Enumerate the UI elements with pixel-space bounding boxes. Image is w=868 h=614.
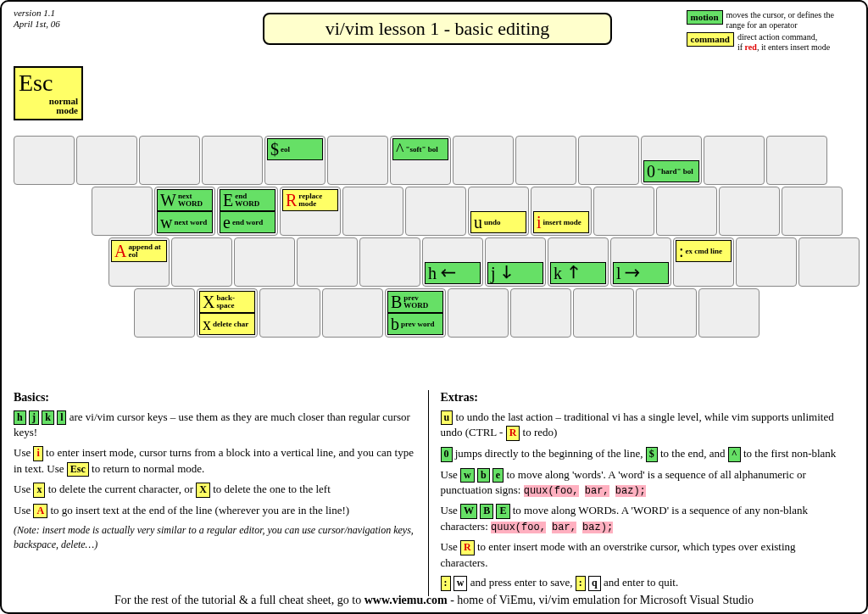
key-chip-esc: Esc (67, 462, 89, 477)
key-B-top: B prev WORD (387, 291, 443, 313)
extras-p5: Use R to enter insert mode with an overs… (441, 539, 843, 570)
key-blank (578, 136, 639, 185)
legend: motion moves the cursor, or defines the … (687, 10, 856, 54)
motion-text: moves the cursor, or defines the range f… (726, 10, 845, 30)
key-p (656, 187, 717, 236)
row-numbers: $ eol ^ "soft" bol 0 "hard" bol (14, 136, 861, 185)
row-qwerty: W next WORD w next word E end WORD e end… (92, 187, 861, 236)
key-v (322, 288, 383, 338)
key-chip-w3: w (453, 576, 468, 591)
key-caret: ^ "soft" bol (390, 136, 451, 185)
key-chip-X: X (196, 483, 210, 498)
key-blank (202, 136, 263, 185)
key-f (297, 237, 358, 287)
basics-heading: Basics: (14, 390, 416, 406)
key-chip-l: l (57, 410, 66, 426)
key-chip-R2: R (460, 540, 475, 555)
key-chip-b2: b (477, 468, 490, 483)
key-chip-R: R (506, 426, 520, 441)
key-z (134, 288, 195, 338)
key-blank (766, 136, 827, 185)
basics-column: Basics: h j k l are vi/vim cursor keys –… (14, 390, 428, 596)
key-h: h 🡐 (422, 237, 483, 287)
key-x-bot: x delete char (199, 313, 255, 335)
key-a: A append at eol (108, 237, 170, 287)
key-chip-B2: B (480, 504, 493, 519)
arrow-up-icon: 🡑 (562, 265, 581, 282)
key-e-bot: e end word (220, 211, 275, 233)
key-E-top: E end WORD (220, 189, 275, 211)
key-chip-w2: w (460, 468, 475, 483)
basics-p1: h j k l are vi/vim cursor keys – use the… (14, 410, 416, 440)
key-chip-q: q (588, 576, 601, 591)
legend-row-command: command direct action command, if red, i… (687, 32, 856, 52)
key-g (359, 237, 420, 287)
legend-row-motion: motion moves the cursor, or defines the … (687, 10, 856, 30)
key-l: l 🡒 (610, 237, 671, 287)
version-line: version 1.1 (14, 8, 60, 19)
key-y (405, 187, 466, 236)
key-chip-0: 0 (441, 447, 453, 462)
key-zero-bot: 0 "hard" bol (643, 160, 699, 182)
motion-swatch: motion (687, 10, 723, 25)
key-x: X back- space x delete char (197, 288, 258, 338)
key-u-bot: u undo (470, 211, 526, 233)
esc-keycap: Esc normal mode (14, 66, 83, 120)
key-colon: : ex cmd line (673, 237, 734, 287)
key-chip-j: j (29, 410, 39, 426)
extras-p6: : w and press enter to save, : q and ent… (441, 575, 843, 591)
key-bracket2 (782, 187, 843, 236)
key-d (234, 237, 295, 287)
basics-p4: Use A to go insert text at the end of th… (14, 503, 416, 519)
key-chip-caret: ^ (728, 447, 741, 462)
key-slash (698, 288, 760, 338)
key-blank (14, 136, 75, 185)
key-blank (453, 136, 514, 185)
key-s (171, 237, 232, 287)
keyboard: $ eol ^ "soft" bol 0 "hard" bol (14, 136, 861, 339)
footer: For the rest of the tutorial & a full ch… (2, 594, 866, 607)
key-W-top: W next WORD (157, 189, 213, 211)
row-zxcv: X back- space x delete char B prev WORD … (134, 288, 861, 338)
key-comma (573, 288, 634, 338)
key-chip-e2: e (492, 468, 504, 483)
version-date: April 1st, 06 (14, 19, 60, 30)
key-A-top: A append at eol (111, 240, 167, 262)
key-e: E end WORD e end word (217, 187, 278, 236)
extras-heading: Extras: (441, 390, 843, 406)
esc-glyph: Esc (19, 70, 78, 97)
key-r: R replace mode (280, 187, 341, 236)
key-chip-u: u (441, 410, 453, 426)
key-k-bot: k 🡑 (550, 262, 606, 284)
key-b: B prev WORD b prev word (385, 288, 446, 338)
key-i-bot: i insert mode (533, 211, 589, 233)
key-zero: 0 "hard" bol (641, 136, 702, 185)
key-w: W next WORD w next word (154, 187, 215, 236)
key-k: k 🡑 (548, 237, 609, 287)
arrow-left-icon: 🡐 (437, 265, 456, 282)
key-blank (704, 136, 765, 185)
version-block: version 1.1 April 1st, 06 (14, 8, 60, 30)
command-text: direct action command, if red, it enters… (737, 32, 856, 52)
key-period (636, 288, 697, 338)
esc-label2: mode (19, 106, 78, 115)
key-enter (798, 237, 860, 287)
arrow-right-icon: 🡒 (621, 265, 641, 282)
footer-site: www.viemu.com (364, 594, 448, 606)
key-bracket (719, 187, 780, 236)
key-h-bot: h 🡐 (425, 262, 481, 284)
key-chip-W2: W (460, 504, 477, 519)
key-t (342, 187, 403, 236)
key-quote (736, 237, 797, 287)
key-u: u undo (468, 187, 529, 236)
key-caret-top: ^ "soft" bol (392, 138, 448, 160)
key-colon-top: : ex cmd line (676, 240, 732, 262)
row-asdf: A append at eol h 🡐 j 🡓 (108, 237, 861, 287)
page-title: vi/vim lesson 1 - basic editing (263, 13, 612, 45)
key-chip-x: x (33, 483, 45, 498)
key-chip-dollar: $ (646, 447, 658, 462)
key-c (259, 288, 320, 338)
key-j-bot: j 🡓 (487, 262, 543, 284)
key-chip-h: h (14, 410, 26, 426)
code-WORDs: quux(foo, bar, baz); (491, 522, 613, 533)
